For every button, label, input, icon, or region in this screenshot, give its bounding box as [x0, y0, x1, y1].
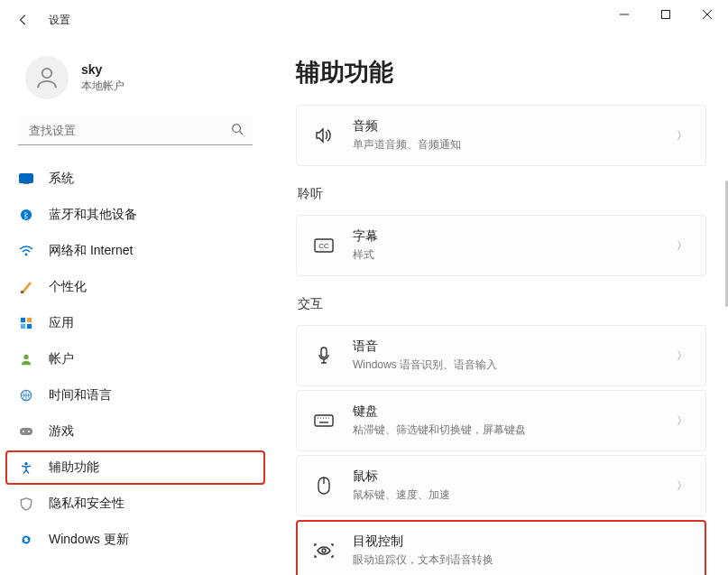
sidebar-item-network[interactable]: 网络和 Internet [5, 234, 265, 268]
maximize-button[interactable] [645, 0, 687, 29]
sidebar-item-label: 游戏 [49, 423, 74, 440]
svg-rect-13 [27, 318, 32, 322]
card-title: 音频 [353, 118, 677, 134]
user-block[interactable]: sky 本地帐户 [0, 49, 271, 116]
svg-line-6 [240, 131, 244, 134]
card-eye-control[interactable]: 目视控制 眼动追踪仪，文本到语音转换 [296, 520, 706, 575]
arrow-left-icon [17, 14, 30, 26]
card-subtitle: 眼动追踪仪，文本到语音转换 [353, 552, 693, 568]
sidebar-item-windows-update[interactable]: Windows 更新 [5, 523, 265, 557]
titlebar: 设置 [0, 0, 728, 40]
user-text: sky 本地帐户 [81, 62, 124, 94]
svg-rect-24 [321, 348, 327, 357]
update-icon [18, 532, 34, 548]
svg-point-19 [23, 431, 24, 432]
sidebar-item-label: 隐私和安全性 [49, 496, 124, 512]
close-button[interactable] [687, 0, 728, 29]
sidebar-item-label: Windows 更新 [49, 532, 129, 548]
chevron-right-icon: 〉 [677, 348, 687, 364]
person-icon [33, 64, 60, 91]
window-controls [604, 0, 728, 29]
sidebar-item-label: 系统 [49, 171, 74, 187]
bluetooth-icon [18, 207, 34, 223]
card-title: 鼠标 [353, 468, 677, 485]
sidebar-item-time-language[interactable]: 时间和语言 [5, 378, 265, 413]
maximize-icon [661, 10, 670, 19]
wifi-icon [18, 243, 34, 259]
card-speech[interactable]: 语音 Windows 语音识别、语音输入 〉 [296, 325, 706, 386]
microphone-icon [311, 343, 336, 368]
card-text: 音频 单声道音频、音频通知 [353, 118, 677, 153]
sidebar-item-label: 应用 [49, 315, 74, 331]
sidebar-item-accounts[interactable]: 帐户 [5, 342, 265, 376]
sidebar-item-label: 帐户 [49, 351, 74, 367]
minimize-icon [620, 10, 629, 19]
card-text: 字幕 样式 [353, 228, 677, 263]
brush-icon [18, 279, 34, 295]
sidebar: sky 本地帐户 系统 蓝牙和其他设备 网络和 Internet [0, 40, 271, 575]
chevron-right-icon: 〉 [677, 413, 687, 429]
sidebar-item-label: 辅助功能 [49, 459, 99, 476]
card-audio[interactable]: 音频 单声道音频、音频通知 〉 [296, 105, 706, 166]
card-text: 键盘 粘滞键、筛选键和切换键，屏幕键盘 [353, 403, 677, 438]
section-hearing: 聆听 [298, 186, 706, 202]
sidebar-item-label: 蓝牙和其他设备 [49, 207, 137, 223]
globe-icon [18, 387, 34, 403]
page-title: 辅助功能 [296, 56, 706, 88]
svg-point-21 [24, 462, 28, 466]
sidebar-item-bluetooth[interactable]: 蓝牙和其他设备 [5, 198, 265, 232]
search-input[interactable] [29, 124, 231, 137]
sidebar-item-apps[interactable]: 应用 [5, 306, 265, 340]
card-text: 目视控制 眼动追踪仪，文本到语音转换 [353, 533, 693, 568]
card-title: 目视控制 [353, 533, 693, 550]
svg-rect-12 [21, 318, 25, 322]
svg-point-16 [23, 355, 28, 359]
window-title: 设置 [49, 13, 70, 28]
sidebar-item-personalization[interactable]: 个性化 [5, 270, 265, 304]
svg-text:CC: CC [318, 242, 329, 250]
svg-point-5 [233, 124, 241, 132]
card-captions[interactable]: CC 字幕 样式 〉 [296, 215, 706, 276]
section-interaction: 交互 [298, 296, 706, 312]
card-title: 键盘 [353, 403, 677, 420]
card-keyboard[interactable]: 键盘 粘滞键、筛选键和切换键，屏幕键盘 〉 [296, 390, 706, 451]
sidebar-item-label: 时间和语言 [49, 387, 112, 403]
svg-point-34 [322, 549, 326, 552]
svg-rect-11 [21, 291, 23, 293]
minimize-button[interactable] [604, 0, 645, 29]
eye-control-icon [311, 538, 336, 563]
search-icon [231, 123, 244, 138]
avatar [25, 56, 69, 99]
svg-rect-15 [27, 324, 32, 329]
svg-rect-1 [662, 11, 670, 19]
svg-rect-8 [23, 183, 29, 184]
sidebar-item-accessibility[interactable]: 辅助功能 [5, 450, 265, 485]
card-text: 鼠标 鼠标键、速度、加速 [353, 468, 677, 503]
chevron-right-icon: 〉 [677, 238, 687, 254]
apps-icon [18, 315, 34, 331]
card-subtitle: 单声道音频、音频通知 [353, 137, 677, 153]
close-icon [703, 10, 712, 19]
svg-rect-25 [315, 415, 333, 426]
card-subtitle: 粘滞键、筛选键和切换键，屏幕键盘 [353, 422, 677, 438]
svg-rect-14 [21, 324, 25, 329]
sidebar-item-privacy[interactable]: 隐私和安全性 [5, 487, 265, 521]
back-button[interactable] [7, 4, 40, 36]
svg-rect-18 [20, 428, 32, 435]
display-icon [18, 171, 34, 187]
card-subtitle: 鼠标键、速度、加速 [353, 487, 677, 503]
chevron-right-icon: 〉 [677, 128, 687, 144]
speaker-icon [311, 123, 336, 148]
card-subtitle: Windows 语音识别、语音输入 [353, 357, 677, 373]
search-box[interactable] [18, 116, 253, 145]
sidebar-item-gaming[interactable]: 游戏 [5, 414, 265, 449]
card-mouse[interactable]: 鼠标 鼠标键、速度、加速 〉 [296, 455, 706, 516]
account-icon [18, 351, 34, 367]
captions-icon: CC [311, 233, 336, 258]
main-content: 辅助功能 音频 单声道音频、音频通知 〉 聆听 CC 字幕 样式 〉 交互 语音… [271, 40, 728, 575]
sidebar-item-system[interactable]: 系统 [5, 162, 265, 196]
card-title: 语音 [353, 339, 677, 355]
card-subtitle: 样式 [353, 247, 677, 263]
svg-rect-7 [20, 174, 33, 183]
chevron-right-icon: 〉 [677, 478, 687, 494]
